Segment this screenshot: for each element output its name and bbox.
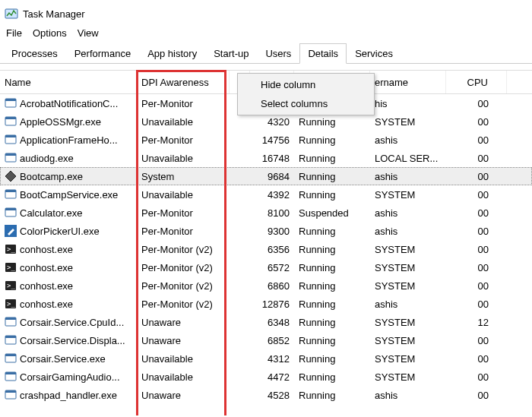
cell-cpu: 00 [446,116,507,128]
process-icon: >_ [5,261,17,273]
table-row[interactable]: Calculator.exePer-Monitor8100Suspendedas… [0,204,532,222]
cell-username: ashis [370,299,446,310]
process-icon: >_ [5,298,17,310]
svg-rect-26 [5,336,16,338]
cell-cpu: 00 [446,207,507,219]
tab-services[interactable]: Services [347,43,401,63]
menu-bar: File Options View [0,26,532,43]
table-row[interactable]: BootCampService.exeUnavailable4392Runnin… [0,185,532,204]
process-icon [5,225,17,237]
cell-status: Running [294,134,370,146]
table-row[interactable]: Corsair.Service.exeUnavailable4312Runnin… [0,349,532,368]
table-row[interactable]: Corsair.Service.Displa...Unaware6852Runn… [0,331,532,349]
cell-status: Running [294,244,370,255]
cell-dpi: Per-Monitor (v2) [137,299,230,310]
cell-dpi: Unavailable [137,353,230,365]
tab-details[interactable]: Details [299,43,347,64]
process-icon [5,188,17,201]
cell-cpu: 00 [446,134,507,146]
cell-dpi: Unaware [137,335,230,346]
cell-username: ashis [370,134,446,146]
table-row[interactable]: audiodg.exeUnavailable16748RunningLOCAL … [0,149,532,167]
menu-options[interactable]: Options [33,27,67,39]
table-row[interactable]: Corsair.Service.CpuId...Unaware6348Runni… [0,313,532,331]
column-header-cpu[interactable]: CPU [446,71,507,93]
tab-users[interactable]: Users [257,43,299,63]
svg-rect-24 [5,317,16,320]
table-row[interactable]: >_conhost.exePer-Monitor (v2)12876Runnin… [0,295,532,313]
svg-rect-13 [5,208,16,210]
cell-pid: 16748 [250,153,294,164]
column-header-name[interactable]: Name [0,71,137,93]
cell-pid: 6356 [250,244,294,255]
svg-rect-11 [5,190,16,192]
cell-pid: 14756 [250,134,294,146]
cell-pid: 9684 [250,171,294,182]
process-name: conhost.exe [20,280,73,292]
menu-view[interactable]: View [78,27,99,39]
cell-pid: 6860 [250,280,294,292]
table-row[interactable]: >_conhost.exePer-Monitor (v2)6572Running… [0,258,532,276]
process-name: CorsairGamingAudio... [20,371,120,383]
cell-pid: 8100 [250,207,294,219]
cell-dpi: Unavailable [137,116,230,128]
process-name: crashpad_handler.exe [20,390,117,401]
cell-cpu: 00 [446,353,507,365]
cell-dpi: Unavailable [137,153,230,164]
cell-status: Running [294,171,370,182]
menu-item-select-columns[interactable]: Select columns [239,94,372,113]
cell-cpu: 00 [446,335,507,346]
cell-pid: 4312 [250,353,294,365]
task-manager-icon [5,7,18,21]
menu-item-hide-column[interactable]: Hide column [239,75,372,94]
cell-dpi: Per-Monitor (v2) [137,244,230,255]
cell-username: ashis [370,171,446,182]
cell-pid: 4472 [250,371,294,383]
cell-pid: 12876 [250,299,294,310]
table-row[interactable]: ColorPickerUI.exePer-Monitor9300Runninga… [0,222,532,240]
table-row[interactable]: CorsairGamingAudio...Unavailable4472Runn… [0,368,532,386]
cell-cpu: 00 [446,244,507,255]
cell-pid: 6572 [250,262,294,273]
process-icon [5,134,17,146]
process-icon [5,316,17,328]
cell-status: Suspended [294,207,370,219]
menu-file[interactable]: File [6,27,22,39]
svg-rect-2 [5,99,16,101]
column-header-dpi[interactable]: DPI Awareness [137,71,230,93]
tab-processes[interactable]: Processes [3,43,66,63]
tab-start-up[interactable]: Start-up [205,43,257,63]
tab-app-history[interactable]: App history [139,43,205,63]
process-icon [5,334,17,346]
cell-status: Running [294,299,370,310]
cell-dpi: Unaware [137,390,230,401]
cell-dpi: Unavailable [137,371,230,383]
cell-status: Running [294,317,370,328]
cell-username: SYSTEM [370,280,446,292]
table-row[interactable]: Bootcamp.exeSystem9684Runningashis00 [0,167,532,185]
table-row[interactable]: >_conhost.exePer-Monitor (v2)6860Running… [0,276,532,295]
cell-pid: 4392 [250,189,294,201]
cell-pid: 6348 [250,317,294,328]
details-table: Name DPI Awareness ername CPU AcrobatNot… [0,70,532,415]
cell-username: SYSTEM [370,116,446,128]
cell-status: Running [294,280,370,292]
tab-strip: ProcessesPerformanceApp historyStart-upU… [0,43,532,64]
svg-rect-6 [5,135,16,137]
tab-performance[interactable]: Performance [66,43,139,63]
cell-username: SYSTEM [370,244,446,255]
window-title: Task Manager [23,8,85,20]
process-icon [5,115,17,128]
table-row[interactable]: crashpad_handler.exeUnaware4528Runningas… [0,386,532,404]
svg-rect-28 [5,354,16,356]
process-name: AppleOSSMgr.exe [20,116,101,128]
table-row[interactable]: >_conhost.exePer-Monitor (v2)6356Running… [0,240,532,258]
cell-cpu: 00 [446,280,507,292]
cell-username: ashis [370,226,446,237]
process-icon: >_ [5,280,17,292]
column-header-username[interactable]: ername [370,71,446,93]
cell-username: SYSTEM [370,189,446,201]
process-name: Bootcamp.exe [20,171,83,182]
cell-cpu: 00 [446,171,507,182]
table-row[interactable]: ApplicationFrameHo...Per-Monitor14756Run… [0,131,532,149]
